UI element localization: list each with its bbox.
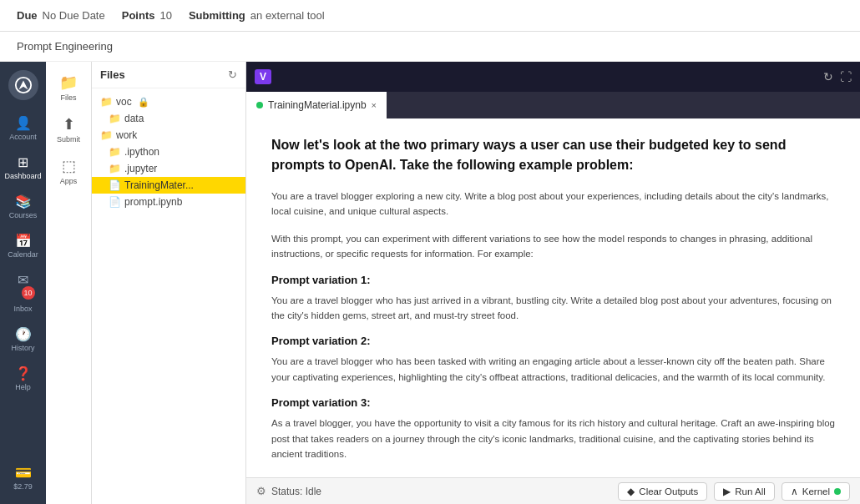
file-item-ipython[interactable]: 📁 .ipython <box>92 144 245 160</box>
help-icon: ❓ <box>15 365 32 381</box>
file-item-data[interactable]: 📁 data <box>92 110 245 127</box>
file-name-work: work <box>116 129 137 141</box>
file-panel-title: Files <box>100 68 125 81</box>
help-label: Help <box>15 383 31 391</box>
file-panel-header: Files ↻ <box>92 62 245 88</box>
tab-close-icon[interactable]: × <box>372 100 377 110</box>
breadcrumb: Prompt Engineering <box>17 40 113 53</box>
courses-icon: 📚 <box>15 194 32 209</box>
folder-icon-work: 📁 <box>100 129 113 141</box>
main-layout: 👤 Account ⊞ Dashboard 📚 Courses 📅 Calend… <box>0 62 860 504</box>
dashboard-icon: ⊞ <box>18 154 28 170</box>
file-item-trainingmater[interactable]: 📄 TrainingMater... <box>92 177 245 194</box>
file-name-prompt: prompt.ipynb <box>124 196 182 208</box>
sidebar-item-account[interactable]: 👤 Account <box>3 110 44 146</box>
inbox-label: Inbox <box>13 305 32 313</box>
notebook-header-actions: ↻ ⛶ <box>823 70 852 83</box>
nav-cost: 💳 $2.79 <box>10 460 36 496</box>
gear-icon: ⚙ <box>256 485 266 497</box>
points-label: Points <box>122 9 155 22</box>
sidebar-item-dashboard[interactable]: ⊞ Dashboard <box>3 149 44 185</box>
cost-icon: 💳 <box>15 465 32 481</box>
history-icon: 🕐 <box>15 326 32 342</box>
file-panel: Files ↻ 📁 voc 🔒 📁 data 📁 work <box>92 62 246 504</box>
files-label: Files <box>60 93 76 102</box>
file-icon-trainingmater: 📄 <box>109 179 121 191</box>
kernel-button[interactable]: ∧ Kernel <box>782 482 850 501</box>
due-item: Due No Due Date <box>17 9 105 22</box>
tab-status-dot <box>256 102 263 108</box>
run-all-button[interactable]: ▶ Run All <box>714 482 774 501</box>
points-value: 10 <box>159 9 171 22</box>
notebook-logo: V <box>255 69 271 84</box>
dashboard-label: Dashboard <box>4 172 41 180</box>
file-name-jupyter: .jupyter <box>124 163 157 174</box>
file-name-data: data <box>124 113 144 124</box>
tool-files[interactable]: 📁 Files <box>47 68 90 107</box>
account-label: Account <box>9 133 37 141</box>
notebook-content: Now let's look at the two primary ways a… <box>246 118 860 477</box>
kernel-label: Kernel <box>802 486 830 496</box>
nav-logo <box>8 70 38 100</box>
nav-sidebar: 👤 Account ⊞ Dashboard 📚 Courses 📅 Calend… <box>0 62 46 504</box>
file-item-prompt[interactable]: 📄 prompt.ipynb <box>92 194 245 210</box>
clear-icon: ◆ <box>627 486 635 497</box>
history-label: History <box>11 344 34 352</box>
variation2-text: You are a travel blogger who has been ta… <box>271 354 835 385</box>
file-item-work[interactable]: 📁 work <box>92 127 245 144</box>
refresh-button[interactable]: ↻ <box>823 70 833 83</box>
due-label: Due <box>17 9 38 22</box>
breadcrumb-bar: Prompt Engineering <box>0 32 860 62</box>
file-item-jupyter[interactable]: 📁 .jupyter <box>92 160 245 177</box>
inbox-badge: 10 <box>22 286 35 300</box>
apps-icon: ⬚ <box>62 157 76 175</box>
due-value: No Due Date <box>43 9 105 22</box>
content-heading: Now let's look at the two primary ways a… <box>271 135 835 175</box>
run-icon: ▶ <box>723 486 731 497</box>
kernel-icon: ∧ <box>791 486 798 497</box>
submit-label: Submit <box>57 135 80 144</box>
submitting-item: Submitting an external tool <box>189 9 325 22</box>
file-item-voc[interactable]: 📁 voc 🔒 <box>92 93 245 110</box>
submit-icon: ⬆ <box>63 115 75 134</box>
apps-label: Apps <box>60 177 78 185</box>
run-all-label: Run All <box>735 486 765 496</box>
tool-submit[interactable]: ⬆ Submit <box>47 110 90 149</box>
file-name-ipython: .ipython <box>124 146 159 158</box>
variation1-heading: Prompt variation 1: <box>271 274 835 286</box>
calendar-label: Calendar <box>8 250 38 259</box>
tool-sidebar: 📁 Files ⬆ Submit ⬚ Apps <box>46 62 92 504</box>
sidebar-item-history[interactable]: 🕐 History <box>3 321 44 357</box>
sidebar-item-help[interactable]: ❓ Help <box>3 360 44 396</box>
content-intro-para: You are a travel blogger exploring a new… <box>271 189 835 219</box>
submitting-value: an external tool <box>250 9 325 22</box>
tool-apps[interactable]: ⬚ Apps <box>47 152 90 190</box>
file-name-voc: voc <box>116 96 132 108</box>
points-item: Points 10 <box>122 9 172 22</box>
sidebar-item-calendar[interactable]: 📅 Calendar <box>3 228 44 264</box>
fullscreen-button[interactable]: ⛶ <box>840 70 852 83</box>
status-text: Status: Idle <box>271 486 321 497</box>
notebook-tab[interactable]: TrainingMaterial.ipynb × <box>246 92 387 118</box>
folder-icon-jupyter: 📁 <box>109 163 121 174</box>
sidebar-item-inbox[interactable]: ✉ 10 Inbox <box>3 267 44 318</box>
courses-label: Courses <box>9 211 38 219</box>
refresh-icon[interactable]: ↻ <box>228 68 237 81</box>
folder-icon: 📁 <box>100 96 113 108</box>
top-bar: Due No Due Date Points 10 Submitting an … <box>0 0 860 32</box>
kernel-status-dot <box>834 488 841 495</box>
files-icon: 📁 <box>59 73 78 92</box>
file-tree: 📁 voc 🔒 📁 data 📁 work 📁 .ipython <box>92 88 245 504</box>
tab-filename: TrainingMaterial.ipynb <box>268 99 367 111</box>
clear-outputs-button[interactable]: ◆ Clear Outputs <box>618 482 707 501</box>
clear-outputs-label: Clear Outputs <box>639 486 698 496</box>
account-icon: 👤 <box>15 115 32 131</box>
sidebar-item-courses[interactable]: 📚 Courses <box>3 189 44 224</box>
variation2-heading: Prompt variation 2: <box>271 335 835 347</box>
content-variation-intro: With this prompt, you can experiment wit… <box>271 231 835 262</box>
tab-bar: TrainingMaterial.ipynb × <box>246 92 860 118</box>
lock-icon: 🔒 <box>138 97 149 108</box>
notebook-panel: V ↻ ⛶ TrainingMaterial.ipynb × Now let's… <box>246 62 860 504</box>
nav-bottom: 💳 $2.79 <box>10 460 36 496</box>
file-name-trainingmater: TrainingMater... <box>124 179 194 191</box>
